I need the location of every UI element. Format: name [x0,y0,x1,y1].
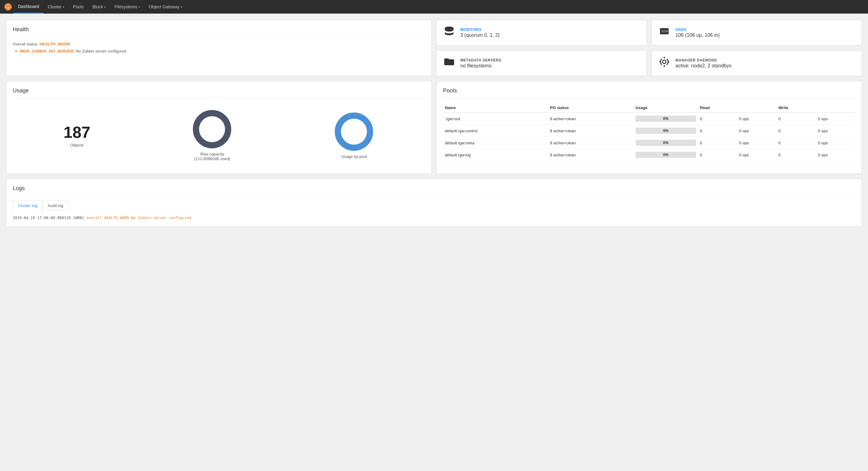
svg-rect-6 [664,65,665,67]
table-cell-5: 0 [776,137,816,149]
nav-item-block[interactable]: Block ▾ [88,0,110,13]
pools-title: Pools [443,88,855,98]
health-issues-list: MGR_ZABBIX_NO_SERVER: No Zabbix server c… [20,49,425,54]
nav-item-pools[interactable]: Pools [69,0,88,13]
table-cell-3: 0 [698,137,737,149]
svg-point-12 [338,116,370,148]
logs-tabs: Cluster logAudit log [13,200,855,211]
log-timestamp: 2019-04-19 17:00:00.000129 [WRN] [13,216,84,220]
stat-label-2: METADATA SERVERS [460,58,501,62]
table-cell-5: 0 [776,113,816,125]
table-cell-3: 0 [698,113,737,125]
raw-pct-text: 0% [209,126,216,132]
svg-text:🔥: 🔥 [6,5,10,9]
table-cell-5: 0 [776,149,816,161]
ceph-logo-icon: 🔥 [4,2,12,11]
stat-value-2: no filesystems [460,63,501,69]
stat-cards-grid: MONITORS3 (quorum 0, 1, 2)OSDS106 (106 u… [436,20,862,76]
col-read: Read [698,103,737,113]
table-cell-6: 0 ops [816,113,855,125]
table-cell-0: default.rgw.control [443,125,548,137]
usage-bar: 0% [636,116,696,122]
logs-title: Logs [13,185,855,196]
svg-rect-5 [664,57,665,58]
health-issue-item: MGR_ZABBIX_NO_SERVER: No Zabbix server c… [20,49,425,54]
stat-card-0: MONITORS3 (quorum 0, 1, 2) [436,20,647,45]
nav-menu: DashboardCluster ▾PoolsBlock ▾Filesystem… [13,0,187,13]
stat-value-0: 3 (quorum 0, 1, 2) [460,32,499,38]
logo[interactable]: 🔥 [4,2,12,11]
objects-count: 187 [64,123,91,142]
overall-label: Overall status: [13,42,38,46]
stat-info-0: MONITORS3 (quorum 0, 1, 2) [460,28,499,38]
table-cell-0: default.rgw.log [443,149,548,161]
table-row: default.rgw.control8 active+clean0%00 op… [443,125,855,137]
pools-table-body: .rgw.root8 active+clean0%00 ops00 opsdef… [443,113,855,161]
stat-card-3: MANAGER DAEMONSactive: node2, 2 standbys [652,51,862,76]
table-cell-2: 0% [634,149,698,161]
table-cell-4: 0 ops [737,125,776,137]
chevron-down-icon: ▾ [181,5,182,9]
table-cell-1: 8 active+clean [548,125,633,137]
stat-value-1: 106 (106 up, 106 in) [675,32,720,38]
chevron-down-icon: ▾ [104,5,106,9]
usage-card: Usage 187 Objects 0% Raw capacity(112.85… [6,81,432,174]
table-row: .rgw.root8 active+clean0%00 ops00 ops [443,113,855,125]
objects-count-section: 187 Objects [64,123,91,148]
table-cell-2: 0% [634,125,698,137]
stat-label-3: MANAGER DAEMONS [675,58,732,62]
table-row: default.rgw.log8 active+clean0%00 ops00 … [443,149,855,161]
main-content: Health Overall status: HEALTH_WARN MGR_Z… [0,13,868,233]
table-cell-4: 0 ops [737,113,776,125]
usage-bar: 0% [636,140,696,146]
table-cell-0: .rgw.root [443,113,548,125]
health-title: Health [13,26,425,37]
table-cell-1: 8 active+clean [548,149,633,161]
table-cell-5: 0 [776,125,816,137]
chevron-down-icon: ▾ [63,5,64,9]
table-cell-3: 0 [698,125,737,137]
log-tab-cluster-log[interactable]: Cluster log [13,200,42,211]
nav-item-object-gateway[interactable]: Object Gateway ▾ [144,0,187,13]
stat-value-3: active: node2, 2 standbys [675,63,732,69]
table-cell-1: 8 active+clean [548,137,633,149]
nav-item-filesystems[interactable]: Filesystems ▾ [110,0,144,13]
osd-icon [658,25,671,40]
table-cell-0: default.rgw.meta [443,137,548,149]
col-read-unit [737,103,776,113]
table-cell-2: 0% [634,113,698,125]
usage-by-pool-donut-svg [334,112,374,152]
svg-rect-3 [661,30,668,32]
gear-icon [658,56,671,71]
navbar: 🔥 DashboardCluster ▾PoolsBlock ▾Filesyst… [0,0,868,13]
stat-info-3: MANAGER DAEMONSactive: node2, 2 standbys [675,58,732,69]
table-row: default.rgw.meta8 active+clean0%00 ops00… [443,137,855,149]
log-message: overall HEALTH_WARN No Zabbix server con… [84,216,191,220]
log-entries: 2019-04-19 17:00:00.000129 [WRN] overall… [13,216,855,220]
health-card: Health Overall status: HEALTH_WARN MGR_Z… [6,20,432,76]
col-write: Write [776,103,816,113]
stat-label-1: OSDS [675,28,720,32]
health-issue-code: MGR_ZABBIX_NO_SERVER [20,49,73,54]
log-entry: 2019-04-19 17:00:00.000129 [WRN] overall… [13,216,855,220]
nav-item-dashboard[interactable]: Dashboard [13,0,43,13]
table-cell-6: 0 ops [816,137,855,149]
col-usage: Usage [634,103,698,113]
table-cell-6: 0 ops [816,149,855,161]
svg-point-1 [445,27,454,30]
usage-bar: 0% [636,152,696,158]
nav-item-cluster[interactable]: Cluster ▾ [43,0,69,13]
col-write-unit [816,103,855,113]
pools-table-header: Name PG status Usage Read Write [443,103,855,113]
table-cell-2: 0% [634,137,698,149]
logs-card: Logs Cluster logAudit log 2019-04-19 17:… [6,179,862,226]
log-tab-audit-log[interactable]: Audit log [42,200,69,211]
table-cell-6: 0 ops [816,125,855,137]
overall-status-value: HEALTH_WARN [39,42,70,46]
pools-table: Name PG status Usage Read Write .rgw.roo… [443,103,855,161]
health-overall-status: Overall status: HEALTH_WARN [13,42,425,46]
usage-bar: 0% [636,128,696,134]
svg-point-4 [667,31,668,32]
svg-rect-8 [668,61,669,62]
objects-label: Objects [64,143,91,148]
